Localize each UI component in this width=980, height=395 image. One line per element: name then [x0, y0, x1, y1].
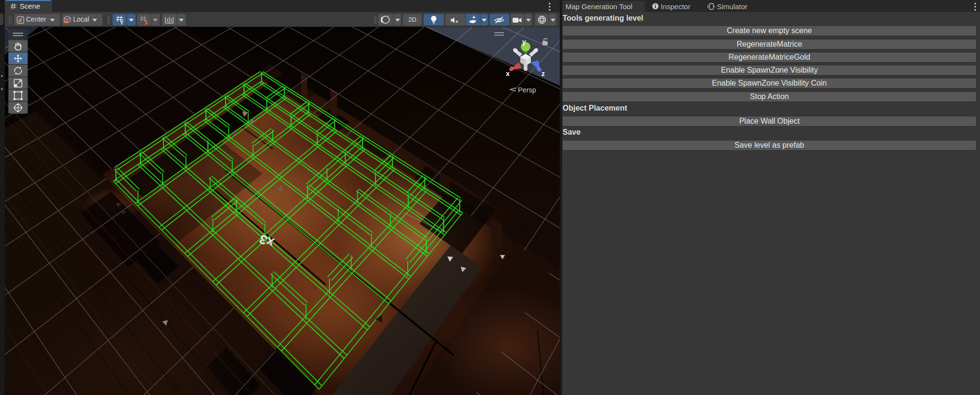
- svg-text:x: x: [506, 70, 510, 77]
- svg-text:y: y: [522, 38, 526, 46]
- svg-text:z: z: [541, 70, 545, 77]
- svg-text:Y: Y: [120, 20, 124, 25]
- svg-text:Persp: Persp: [518, 86, 536, 94]
